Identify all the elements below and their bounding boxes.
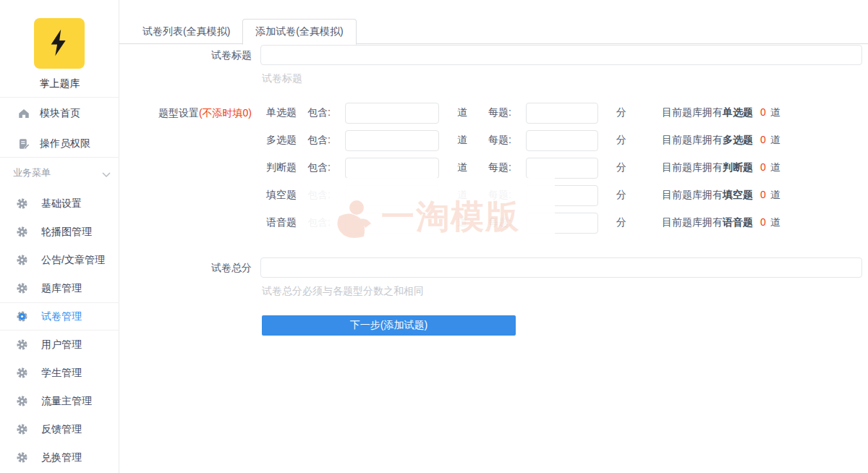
- bank-count-value: 0: [760, 106, 766, 118]
- sidebar-menu-item-label: 试卷管理: [41, 310, 82, 323]
- sidebar-menu-item[interactable]: 轮播图管理: [0, 218, 119, 246]
- score-unit-label: 分: [616, 161, 626, 174]
- question-type-rows: 单选题 包含: 道 每题: 分 目前题库拥有单选题0道 多选题 包含: 道 每题…: [119, 102, 868, 234]
- count-unit-label: 道: [457, 216, 467, 229]
- bank-count-value: 0: [760, 161, 766, 173]
- bank-count-value: 0: [760, 134, 766, 145]
- bank-prefix: 目前题库拥有: [662, 216, 723, 228]
- tab-label: 添加试卷(全真模拟): [255, 25, 343, 38]
- bank-count-value: 0: [760, 216, 766, 228]
- question-type-row: 填空题 包含: 道 每题: 分 目前题库拥有填空题0道: [119, 184, 868, 207]
- sidebar: 掌上题库 模块首页 操作员权限 业务菜单: [0, 0, 119, 473]
- question-type-name: 单选题: [266, 106, 297, 119]
- question-type-name: 语音题: [266, 216, 297, 229]
- per-question-label: 每题:: [488, 134, 511, 147]
- score-unit-label: 分: [616, 134, 626, 147]
- sidebar-item[interactable]: 模块首页: [0, 98, 119, 129]
- chevron-down-icon: [102, 169, 111, 180]
- bank-count-unit: 道: [770, 216, 780, 228]
- bank-question-type: 语音题: [723, 216, 753, 228]
- sidebar-top-items: 模块首页 操作员权限: [0, 98, 119, 159]
- sidebar-section-business[interactable]: 业务菜单: [0, 162, 119, 184]
- tab[interactable]: 添加试卷(全真模拟): [242, 19, 356, 45]
- question-count-input[interactable]: [345, 103, 439, 124]
- sidebar-item-label: 操作员权限: [40, 137, 90, 150]
- question-count-input[interactable]: [345, 185, 439, 206]
- sidebar-menu-item[interactable]: 试卷管理: [0, 302, 119, 331]
- gear-icon: [16, 310, 28, 323]
- tab[interactable]: 试卷列表(全真模拟): [130, 19, 242, 44]
- contains-label: 包含:: [307, 189, 331, 202]
- bank-count-unit: 道: [770, 134, 780, 145]
- paper-title-label: 试卷标题: [119, 49, 252, 62]
- lightning-logo-icon: [43, 27, 75, 61]
- paper-title-hint: 试卷标题: [262, 72, 302, 85]
- sidebar-menu: 基础设置 轮播图管理: [0, 189, 119, 472]
- bank-count-info: 目前题库拥有判断题0道: [662, 161, 780, 174]
- paper-title-input[interactable]: [260, 45, 862, 65]
- question-count-input[interactable]: [345, 213, 439, 234]
- sidebar-menu-item-label: 题库管理: [41, 282, 82, 295]
- bank-question-type: 判断题: [723, 161, 753, 173]
- total-score-hint: 试卷总分必须与各题型分数之和相同: [262, 285, 424, 298]
- question-type-name: 判断题: [266, 161, 297, 174]
- count-unit-label: 道: [457, 134, 467, 147]
- tab-bar: 试卷列表(全真模拟) 添加试卷(全真模拟): [130, 19, 357, 45]
- bank-count-info: 目前题库拥有单选题0道: [662, 106, 780, 119]
- sidebar-menu-item[interactable]: 学生管理: [0, 359, 119, 387]
- contains-label: 包含:: [307, 106, 331, 119]
- per-question-score-input[interactable]: [526, 213, 598, 234]
- bank-count-info: 目前题库拥有语音题0道: [662, 216, 780, 229]
- document-icon: [17, 137, 30, 150]
- count-unit-label: 道: [457, 106, 467, 119]
- count-unit-label: 道: [457, 189, 467, 202]
- sidebar-divider: [0, 157, 119, 158]
- bank-count-info: 目前题库拥有填空题0道: [662, 189, 780, 202]
- contains-label: 包含:: [307, 161, 331, 174]
- sidebar-item[interactable]: 操作员权限: [0, 129, 119, 159]
- bank-question-type: 填空题: [723, 189, 753, 200]
- sidebar-menu-item[interactable]: 用户管理: [0, 331, 119, 359]
- sidebar-menu-item-label: 轮播图管理: [41, 226, 92, 239]
- question-count-input[interactable]: [345, 158, 439, 179]
- per-question-score-input[interactable]: [526, 103, 598, 124]
- bank-question-type: 多选题: [723, 134, 753, 145]
- question-type-name: 填空题: [266, 189, 297, 202]
- bank-count-unit: 道: [770, 189, 780, 200]
- sidebar-menu-item[interactable]: 流量主管理: [0, 387, 119, 415]
- total-score-label: 试卷总分: [119, 262, 252, 275]
- app-logo: [34, 18, 85, 69]
- per-question-score-input[interactable]: [526, 185, 598, 206]
- per-question-score-input[interactable]: [526, 130, 598, 151]
- gear-icon: [16, 197, 28, 210]
- score-unit-label: 分: [616, 189, 626, 202]
- sidebar-menu-item-label: 用户管理: [41, 338, 82, 351]
- gear-icon: [16, 254, 28, 266]
- sidebar-menu-item-label: 公告/文章管理: [41, 254, 105, 267]
- sidebar-menu-item-label: 兑换管理: [41, 451, 82, 464]
- gear-icon: [16, 367, 28, 379]
- sidebar-menu-item-label: 学生管理: [41, 367, 82, 380]
- contains-label: 包含:: [307, 134, 331, 147]
- sidebar-menu-item-label: 基础设置: [41, 197, 82, 210]
- sidebar-menu-item[interactable]: 兑换管理: [0, 443, 119, 472]
- sidebar-menu-item[interactable]: 基础设置: [0, 189, 119, 218]
- bank-prefix: 目前题库拥有: [662, 189, 723, 200]
- next-step-button[interactable]: 下一步(添加试题): [262, 315, 516, 336]
- bank-count-value: 0: [760, 189, 766, 200]
- question-type-row: 语音题 包含: 道 每题: 分 目前题库拥有语音题0道: [119, 212, 868, 234]
- total-score-input[interactable]: [260, 257, 862, 278]
- bank-prefix: 目前题库拥有: [662, 106, 723, 118]
- tab-label: 试卷列表(全真模拟): [142, 25, 230, 38]
- sidebar-menu-item-label: 反馈管理: [41, 423, 82, 436]
- sidebar-menu-item[interactable]: 反馈管理: [0, 415, 119, 443]
- sidebar-menu-item[interactable]: 题库管理: [0, 274, 119, 302]
- home-icon: [17, 107, 30, 120]
- sidebar-menu-item-label: 流量主管理: [41, 395, 92, 408]
- question-count-input[interactable]: [345, 130, 439, 151]
- score-unit-label: 分: [616, 106, 626, 119]
- sidebar-menu-item[interactable]: 公告/文章管理: [0, 246, 119, 274]
- gear-icon: [16, 338, 28, 351]
- per-question-score-input[interactable]: [526, 158, 598, 179]
- count-unit-label: 道: [457, 161, 467, 174]
